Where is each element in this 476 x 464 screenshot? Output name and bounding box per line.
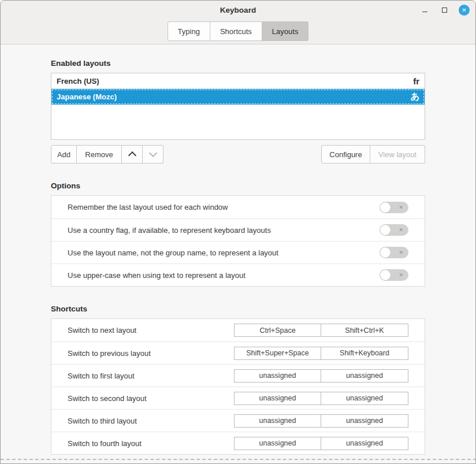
shortcut-row-third-layout: Switch to third layout unassigned unassi… (51, 409, 425, 432)
shortcut-row-second-layout: Switch to second layout unassigned unass… (51, 387, 425, 409)
chevron-down-icon (150, 151, 157, 158)
configure-button-group: Configure View layout (321, 145, 425, 164)
toggle-knob (380, 225, 391, 235)
shortcut-label: Switch to next layout (68, 326, 234, 335)
option-row-layout-name: Use the layout name, not the group name,… (51, 241, 425, 263)
view-layout-button[interactable]: View layout (370, 145, 425, 164)
minimize-icon (422, 12, 427, 12)
keybinding-cell-2[interactable]: Shift+Keyboard (321, 347, 408, 360)
layout-name: French (US) (57, 77, 413, 86)
shortcut-label: Switch to first layout (68, 372, 234, 380)
layout-indicator-ja: あ (411, 91, 419, 102)
layout-list-item[interactable]: French (US) fr (51, 73, 425, 89)
toggle-knob (380, 247, 391, 258)
shortcut-label: Switch to second layout (68, 394, 234, 403)
option-label: Remember the last layout used for each w… (68, 203, 380, 211)
move-down-button[interactable] (143, 145, 163, 164)
keybinding-cell-2[interactable]: unassigned (321, 392, 408, 405)
shortcut-label: Switch to third layout (68, 417, 234, 425)
maximize-icon (442, 8, 447, 13)
enabled-layouts-list[interactable]: French (US) fr Japanese (Mozc) あ (51, 73, 425, 140)
option-row-country-flag: Use a country flag, if available, to rep… (51, 218, 425, 241)
keybinding-group: unassigned unassigned (234, 392, 408, 405)
toggle-off-icon: ✕ (399, 272, 403, 278)
layout-list-item-selected[interactable]: Japanese (Mozc) あ (51, 89, 425, 105)
toggle-off-icon: ✕ (399, 205, 403, 210)
layout-indicator-fr: fr (413, 76, 419, 86)
toggle-knob (380, 202, 391, 213)
tab-typing[interactable]: Typing (168, 21, 210, 41)
keybinding-cell-1[interactable]: unassigned (234, 437, 321, 450)
maximize-button[interactable] (439, 5, 449, 16)
toggle-off-icon: ✕ (399, 250, 403, 255)
tab-shortcuts[interactable]: Shortcuts (210, 21, 262, 41)
tab-layouts[interactable]: Layouts (262, 21, 309, 41)
tab-bar: Typing Shortcuts Layouts (1, 20, 475, 41)
layout-name: Japanese (Mozc) (57, 92, 411, 101)
bottom-resize-indicator (1, 459, 476, 460)
shortcut-row-fourth-layout: Switch to fourth layout unassigned unass… (51, 432, 425, 454)
configure-button[interactable]: Configure (321, 145, 370, 164)
shortcut-row-previous-layout: Switch to previous layout Shift+Super+Sp… (51, 341, 425, 364)
window-controls: ✕ (419, 1, 470, 20)
keybinding-cell-1[interactable]: unassigned (234, 414, 321, 428)
keybinding-cell-1[interactable]: Ctrl+Space (234, 324, 321, 337)
keybinding-cell-2[interactable]: unassigned (321, 414, 408, 428)
toggle-upper-case[interactable]: ✕ (380, 269, 408, 281)
titlebar[interactable]: Keyboard ✕ (1, 1, 475, 20)
option-label: Use a country flag, if available, to rep… (68, 226, 380, 235)
toggle-country-flag[interactable]: ✕ (380, 224, 408, 236)
keybinding-cell-1[interactable]: unassigned (234, 369, 321, 383)
move-up-button[interactable] (122, 145, 143, 164)
keybinding-group: unassigned unassigned (234, 414, 408, 428)
keybinding-cell-1[interactable]: unassigned (234, 392, 321, 405)
add-layout-button[interactable]: Add (51, 145, 77, 164)
keybinding-group: unassigned unassigned (234, 437, 408, 450)
toggle-knob (380, 270, 391, 280)
remove-layout-button[interactable]: Remove (77, 145, 122, 164)
close-icon: ✕ (462, 7, 466, 13)
layout-list-toolbar: Add Remove Configure View layout (51, 145, 425, 164)
toggle-layout-name[interactable]: ✕ (380, 247, 408, 258)
shortcut-label: Switch to fourth layout (68, 439, 234, 448)
keyboard-settings-window: Keyboard ✕ Typing Shortcuts Layouts Enab… (0, 0, 476, 464)
shortcuts-heading: Shortcuts (51, 305, 425, 313)
keybinding-group: Ctrl+Space Shift+Ctrl+K (234, 324, 408, 337)
toggle-off-icon: ✕ (399, 227, 403, 233)
keybinding-cell-1[interactable]: Shift+Super+Space (234, 347, 321, 360)
keybinding-group: unassigned unassigned (234, 369, 408, 383)
shortcut-row-next-layout: Switch to next layout Ctrl+Space Shift+C… (51, 319, 425, 341)
shortcut-label: Switch to previous layout (68, 349, 234, 358)
close-button[interactable]: ✕ (459, 5, 470, 16)
keybinding-group: Shift+Super+Space Shift+Keyboard (234, 347, 408, 360)
enabled-layouts-heading: Enabled layouts (51, 59, 425, 68)
window-title: Keyboard (220, 6, 256, 14)
shortcut-row-first-layout: Switch to first layout unassigned unassi… (51, 364, 425, 387)
minimize-button[interactable] (419, 5, 430, 16)
window-header: Keyboard ✕ Typing Shortcuts Layouts (1, 1, 475, 44)
keybinding-cell-2[interactable]: Shift+Ctrl+K (321, 324, 408, 337)
chevron-up-icon (129, 151, 136, 158)
option-row-remember-layout: Remember the last layout used for each w… (51, 196, 425, 218)
option-label: Use the layout name, not the group name,… (68, 248, 380, 257)
toggle-remember-layout[interactable]: ✕ (380, 202, 408, 213)
keybinding-cell-2[interactable]: unassigned (321, 369, 408, 383)
option-label: Use upper-case when using text to repres… (68, 271, 380, 280)
option-row-upper-case: Use upper-case when using text to repres… (51, 263, 425, 286)
layouts-panel: Enabled layouts French (US) fr Japanese … (1, 44, 475, 463)
options-box: Remember the last layout used for each w… (51, 195, 425, 287)
options-heading: Options (51, 181, 425, 190)
keybinding-cell-2[interactable]: unassigned (321, 437, 408, 450)
list-edit-button-group: Add Remove (51, 145, 163, 164)
shortcuts-box: Switch to next layout Ctrl+Space Shift+C… (51, 318, 425, 455)
